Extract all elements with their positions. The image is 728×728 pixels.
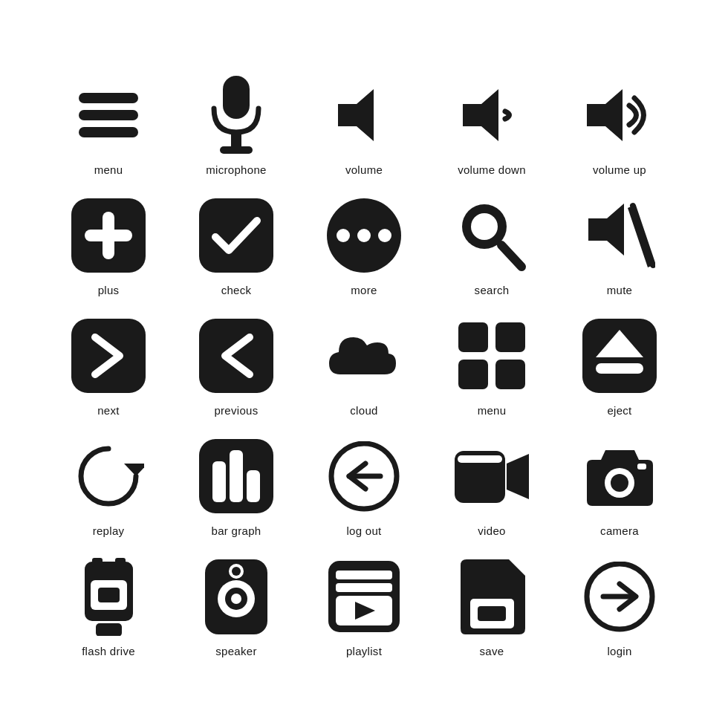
icon-cell-flash-drive: flash drive bbox=[45, 548, 172, 661]
log-out-label: log out bbox=[346, 524, 381, 537]
svg-line-19 bbox=[501, 245, 521, 267]
menu-label: menu bbox=[94, 163, 123, 176]
icon-cell-search: search bbox=[428, 187, 556, 300]
svg-rect-49 bbox=[98, 588, 120, 602]
svg-rect-28 bbox=[495, 360, 525, 389]
volume-up-label: volume up bbox=[593, 163, 646, 176]
menu2-label: menu bbox=[478, 404, 507, 417]
svg-rect-1 bbox=[79, 110, 138, 120]
menu2-icon bbox=[451, 315, 533, 397]
menu-icon bbox=[68, 74, 149, 156]
previous-icon bbox=[195, 315, 277, 397]
svg-marker-8 bbox=[587, 89, 623, 141]
svg-rect-59 bbox=[336, 583, 392, 592]
icon-cell-next: next bbox=[45, 308, 172, 420]
svg-rect-46 bbox=[92, 558, 103, 567]
icon-cell-bar-graph: bar graph bbox=[172, 428, 300, 541]
svg-rect-4 bbox=[231, 132, 241, 147]
eject-icon bbox=[579, 315, 660, 397]
save-icon bbox=[451, 556, 533, 637]
icon-cell-more: more bbox=[300, 187, 428, 300]
playlist-icon bbox=[323, 556, 405, 637]
bar-graph-icon bbox=[195, 435, 277, 517]
svg-rect-34 bbox=[212, 461, 226, 502]
icon-cell-save: save bbox=[428, 548, 556, 661]
microphone-label: microphone bbox=[206, 163, 266, 176]
volume-up-icon bbox=[579, 74, 660, 156]
svg-point-54 bbox=[231, 594, 241, 604]
svg-rect-58 bbox=[336, 571, 392, 579]
mute-label: mute bbox=[607, 284, 633, 296]
cloud-label: cloud bbox=[350, 404, 377, 417]
svg-point-16 bbox=[378, 229, 391, 242]
volume-icon bbox=[323, 74, 405, 156]
save-label: save bbox=[480, 645, 504, 657]
check-icon bbox=[195, 195, 277, 276]
icon-cell-cloud: cloud bbox=[300, 308, 428, 420]
icon-cell-login: login bbox=[556, 548, 683, 661]
icon-cell-video: video bbox=[428, 428, 556, 541]
svg-rect-27 bbox=[458, 360, 488, 389]
cloud-icon bbox=[323, 315, 405, 397]
icon-cell-volume-down: volume down bbox=[428, 67, 556, 180]
svg-rect-5 bbox=[220, 146, 253, 154]
camera-icon bbox=[579, 435, 660, 517]
icon-grid: menu microphone volume bbox=[30, 52, 698, 676]
svg-rect-44 bbox=[637, 464, 646, 469]
bar-graph-label: bar graph bbox=[212, 524, 261, 537]
next-label: next bbox=[97, 404, 120, 417]
playlist-label: playlist bbox=[346, 645, 382, 657]
svg-marker-32 bbox=[124, 464, 144, 476]
icon-cell-plus: plus bbox=[45, 187, 172, 300]
volume-down-label: volume down bbox=[458, 163, 526, 176]
speaker-icon bbox=[195, 556, 277, 637]
video-icon bbox=[451, 435, 533, 517]
svg-rect-0 bbox=[79, 93, 138, 103]
camera-label: camera bbox=[600, 524, 639, 537]
icon-cell-previous: previous bbox=[172, 308, 300, 420]
video-label: video bbox=[478, 524, 505, 537]
icon-cell-volume: volume bbox=[300, 67, 428, 180]
svg-marker-6 bbox=[338, 89, 374, 141]
svg-rect-11 bbox=[85, 230, 132, 241]
icon-cell-check: check bbox=[172, 187, 300, 300]
svg-rect-47 bbox=[115, 558, 126, 567]
flash-drive-icon bbox=[68, 556, 149, 637]
svg-rect-50 bbox=[96, 623, 122, 636]
search-icon bbox=[451, 195, 533, 276]
mute-icon bbox=[579, 195, 660, 276]
svg-marker-20 bbox=[588, 204, 624, 256]
volume-label: volume bbox=[345, 163, 383, 176]
more-icon bbox=[323, 195, 405, 276]
login-icon bbox=[579, 556, 660, 637]
icon-cell-eject: eject bbox=[556, 308, 683, 420]
volume-down-icon bbox=[451, 74, 533, 156]
svg-marker-41 bbox=[507, 454, 529, 499]
svg-rect-3 bbox=[223, 76, 250, 119]
svg-point-56 bbox=[232, 567, 241, 576]
microphone-icon bbox=[195, 74, 277, 156]
more-label: more bbox=[351, 284, 377, 296]
icon-cell-mute: mute bbox=[556, 187, 683, 300]
icon-cell-microphone: microphone bbox=[172, 67, 300, 180]
icon-cell-camera: camera bbox=[556, 428, 683, 541]
svg-rect-63 bbox=[478, 606, 506, 621]
svg-point-15 bbox=[357, 229, 371, 242]
replay-icon bbox=[68, 435, 149, 517]
svg-rect-25 bbox=[458, 322, 488, 352]
plus-icon bbox=[68, 195, 149, 276]
svg-rect-2 bbox=[79, 127, 138, 137]
replay-label: replay bbox=[93, 524, 125, 537]
login-label: login bbox=[607, 645, 631, 657]
svg-rect-12 bbox=[199, 198, 273, 273]
check-label: check bbox=[221, 284, 252, 296]
search-label: search bbox=[475, 284, 510, 296]
eject-label: eject bbox=[607, 404, 631, 417]
previous-label: previous bbox=[214, 404, 258, 417]
svg-marker-7 bbox=[463, 89, 498, 141]
svg-rect-40 bbox=[458, 455, 502, 463]
svg-rect-35 bbox=[230, 450, 243, 502]
plus-label: plus bbox=[98, 284, 120, 296]
svg-rect-36 bbox=[247, 470, 260, 502]
svg-rect-26 bbox=[495, 322, 525, 352]
